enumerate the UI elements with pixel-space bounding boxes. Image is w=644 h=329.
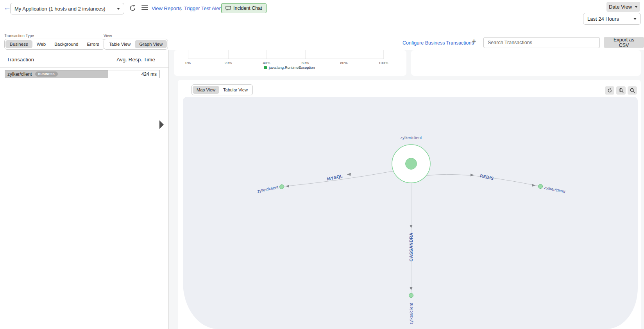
edge-redis-arrow-icon xyxy=(532,184,535,187)
add-transaction-icon[interactable]: + xyxy=(472,37,476,46)
empty-summary-card xyxy=(411,50,641,76)
application-selector-value: My Application (1 hosts and 2 instances) xyxy=(14,6,106,12)
main-nav: Overview Transactions Database Traces JV… xyxy=(0,16,644,32)
legend-label: java.lang.RuntimeException xyxy=(269,65,315,70)
date-view-label: Date View xyxy=(609,4,632,10)
apm-application-page: ← My Application (1 hosts and 2 instance… xyxy=(0,0,644,329)
caret-down-icon xyxy=(635,6,638,8)
edge-cassandra-arrow-icon xyxy=(410,287,413,290)
gridline-40pct xyxy=(267,50,267,59)
gridline-80pct xyxy=(344,50,344,59)
zoom-out-icon xyxy=(630,88,635,93)
transaction-type-badge: BUSINESS xyxy=(35,72,58,77)
column-avg-resp-time: Avg. Resp. Time xyxy=(116,57,155,63)
zoom-in-icon xyxy=(619,88,624,93)
map-zoom-in-button[interactable] xyxy=(616,86,626,95)
transactions-panel: Transaction Avg. Resp. Time zylker/clien… xyxy=(0,50,169,329)
edge-mysql-arrow-icon xyxy=(286,185,289,188)
time-range-selector[interactable]: Last 24 Hours xyxy=(583,13,641,25)
x-tick-0: 0% xyxy=(180,61,196,65)
map-controls xyxy=(605,86,637,95)
avg-resp-time-value: 424 ms xyxy=(141,72,157,77)
refresh-icon[interactable] xyxy=(129,4,136,13)
caret-down-icon xyxy=(117,8,120,10)
application-selector[interactable]: My Application (1 hosts and 2 instances) xyxy=(10,3,124,14)
exceptions-chart-card: 0% 20% 40% 60% 80% 100% java.lang.Runtim… xyxy=(174,50,406,76)
map-view-tab[interactable]: Map View xyxy=(193,86,219,94)
caret-down-icon xyxy=(633,18,637,20)
table-view-button[interactable]: Table View xyxy=(105,40,135,48)
service-map-canvas[interactable]: zylker/client zylker/client zylker/clien… xyxy=(183,97,638,329)
column-transaction: Transaction xyxy=(7,57,34,63)
incident-chat-button[interactable]: Incident Chat xyxy=(221,3,267,13)
view-reports-link[interactable]: View Reports xyxy=(152,5,182,11)
chat-bubble-icon xyxy=(225,6,231,11)
filter-bar: Transaction Type Business Web Background… xyxy=(0,32,644,50)
legend-swatch-runtime-exception xyxy=(264,66,267,69)
map-zoom-out-button[interactable] xyxy=(628,86,637,95)
view-label: View xyxy=(104,34,112,38)
x-tick-60: 60% xyxy=(297,61,313,65)
top-bar: ← My Application (1 hosts and 2 instance… xyxy=(0,0,644,16)
search-transactions-input[interactable] xyxy=(483,37,600,48)
tabular-view-tab[interactable]: Tabular View xyxy=(219,86,252,94)
transactions-table-header: Transaction Avg. Resp. Time xyxy=(0,52,168,68)
graph-view-button[interactable]: Graph View xyxy=(135,40,167,48)
transaction-name: zylker/client xyxy=(7,72,32,77)
incident-chat-label: Incident Chat xyxy=(233,5,262,11)
view-segmented: Table View Graph View xyxy=(104,39,168,50)
cassandra-target-node[interactable] xyxy=(409,293,413,298)
type-business-button[interactable]: Business xyxy=(5,40,32,48)
transaction-type-label: Transaction Type xyxy=(4,34,34,38)
row-arrow-icon xyxy=(159,120,164,129)
service-map-graph xyxy=(183,97,638,329)
map-reset-button[interactable] xyxy=(605,86,614,95)
table-row[interactable]: zylker/client BUSINESS 424 ms xyxy=(5,70,159,78)
gridline-100pct xyxy=(383,50,384,59)
row-content: zylker/client BUSINESS xyxy=(5,70,159,78)
type-background-button[interactable]: Background xyxy=(50,40,82,48)
central-node-dot[interactable] xyxy=(406,158,417,170)
gridline-0pct xyxy=(188,50,188,59)
link-divider: | xyxy=(180,5,181,11)
configure-business-transactions-link[interactable]: Configure Business Transactions xyxy=(402,40,474,46)
gridline-20pct xyxy=(228,50,229,59)
cassandra-target-label[interactable]: zylker/client xyxy=(409,298,413,329)
redis-target-node[interactable] xyxy=(538,184,543,189)
map-view-toggle: Map View Tabular View xyxy=(191,84,253,95)
reset-icon xyxy=(607,88,612,93)
x-tick-80: 80% xyxy=(336,61,352,65)
time-range-value: Last 24 Hours xyxy=(587,16,619,22)
gridline-60pct xyxy=(305,50,306,59)
trigger-test-alert-link[interactable]: Trigger Test Alert xyxy=(184,5,222,11)
x-axis-line xyxy=(188,59,384,59)
x-tick-40: 40% xyxy=(259,61,274,65)
edge-label-cassandra[interactable]: CASSANDRA xyxy=(409,227,413,266)
menu-hamburger-icon[interactable] xyxy=(141,5,148,12)
date-view-button[interactable]: Date View xyxy=(606,2,640,12)
export-csv-button[interactable]: Export as CSV xyxy=(604,37,644,48)
central-node-label[interactable]: zylker/client xyxy=(392,135,431,140)
type-web-button[interactable]: Web xyxy=(32,40,50,48)
type-errors-button[interactable]: Errors xyxy=(83,40,104,48)
service-map-card: Map View Tabular View xyxy=(178,80,641,329)
x-tick-20: 20% xyxy=(220,61,236,65)
mysql-target-node[interactable] xyxy=(280,185,284,189)
x-tick-100: 100% xyxy=(376,61,391,65)
transaction-type-segmented: Business Web Background Errors xyxy=(4,39,105,50)
